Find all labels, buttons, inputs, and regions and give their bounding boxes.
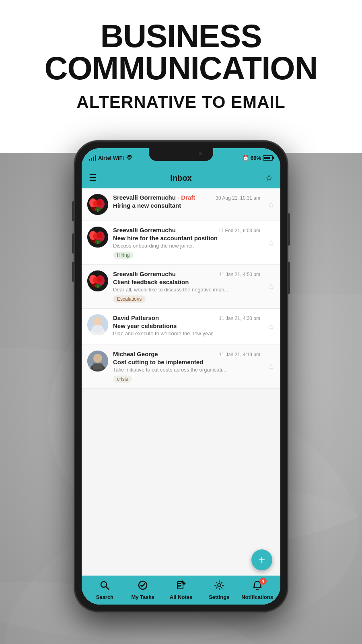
message-sender: David Patterson xyxy=(113,314,159,321)
carrier-label: Airtel WiFi xyxy=(98,155,124,161)
message-subject: New year celebrations xyxy=(113,322,260,329)
tab-search[interactable]: Search xyxy=(86,580,124,600)
wifi-icon xyxy=(126,155,132,161)
avatar xyxy=(87,351,108,372)
message-item[interactable]: David Patterson11 Jan 21, 4:30 pmNew yea… xyxy=(82,309,280,345)
gear-icon xyxy=(214,580,224,593)
svg-rect-35 xyxy=(93,363,103,369)
nav-bar: ☰ Inbox ☆ xyxy=(82,167,280,188)
avatar xyxy=(87,194,108,215)
phone-notch xyxy=(149,148,213,161)
svg-rect-19 xyxy=(97,241,99,244)
svg-point-33 xyxy=(93,354,102,363)
message-item[interactable]: Sreevalli Gorremuchu17 Feb 21, 6:03 pmNe… xyxy=(82,221,280,265)
star-icon[interactable]: ☆ xyxy=(267,200,275,209)
svg-point-31 xyxy=(92,325,103,333)
message-subject: Client feedback escalation xyxy=(113,279,260,285)
message-subject: Cost cutting to be implemented xyxy=(113,359,260,365)
message-subject: Hiring a new consultant xyxy=(113,202,260,209)
avatar xyxy=(87,227,108,248)
notification-badge: 4 xyxy=(259,578,267,585)
svg-point-29 xyxy=(93,317,102,326)
compose-button[interactable]: + xyxy=(251,549,272,570)
message-subject: New hire for the accountant position xyxy=(113,235,260,242)
headline-sub: ALTERNATIVE TO EMAIL xyxy=(0,93,362,112)
message-item[interactable]: Sreevalli Gorremuchu - Draft30 Aug 21, 1… xyxy=(82,188,280,221)
status-right: ⏰ 66% xyxy=(243,155,273,161)
message-content: Sreevalli Gorremuchu11 Jan 21, 4:50 pmCl… xyxy=(113,270,260,303)
message-content: Sreevalli Gorremuchu17 Feb 21, 6:03 pmNe… xyxy=(113,227,260,259)
tab-check-circle[interactable]: My Tasks xyxy=(124,580,162,600)
star-icon[interactable]: ☆ xyxy=(267,322,275,332)
check-circle-icon xyxy=(138,580,148,593)
headline-main: BUSINESS COMMUNICATION xyxy=(0,20,362,85)
message-tag: Hiring xyxy=(113,252,134,259)
signal-bar-4 xyxy=(95,155,96,161)
message-sender: Micheal George xyxy=(113,351,158,357)
edit-icon xyxy=(176,580,186,593)
message-preview: Discuss onboarding the new joiner. xyxy=(113,243,260,249)
tab-edit[interactable]: All Notes xyxy=(162,580,200,600)
battery-percent: 66% xyxy=(251,155,261,161)
svg-rect-27 xyxy=(97,285,99,288)
inbox-title: Inbox xyxy=(170,173,191,183)
draft-label: - Draft xyxy=(176,194,195,201)
tab-label: Search xyxy=(96,594,113,600)
tab-label: Notifications xyxy=(241,594,273,600)
message-item[interactable]: Sreevalli Gorremuchu11 Jan 21, 4:50 pmCl… xyxy=(82,265,280,309)
message-item[interactable]: Micheal George11 Jan 21, 4:19 pmCost cut… xyxy=(82,345,280,389)
signal-bar-3 xyxy=(93,157,94,161)
message-tag: crisis xyxy=(113,376,132,383)
message-date: 11 Jan 21, 4:30 pm xyxy=(219,316,260,321)
signal-bars xyxy=(89,155,96,161)
bell-icon: 4 xyxy=(252,580,263,593)
phone-device: Airtel WiFi 11:46 AM ⏰ 66% xyxy=(74,141,288,616)
message-date: 11 Jan 21, 4:19 pm xyxy=(219,352,260,357)
message-sender: Sreevalli Gorremuchu xyxy=(113,227,176,233)
signal-bar-2 xyxy=(91,158,92,161)
svg-point-9 xyxy=(97,200,102,206)
message-date: 30 Aug 21, 10:31 am xyxy=(216,195,260,201)
status-left: Airtel WiFi xyxy=(89,155,132,161)
phone-shell: Airtel WiFi 11:46 AM ⏰ 66% xyxy=(74,141,288,612)
battery-indicator xyxy=(263,155,273,161)
message-date: 11 Jan 21, 4:50 pm xyxy=(219,272,260,277)
star-button[interactable]: ☆ xyxy=(265,173,273,183)
messages-list: Sreevalli Gorremuchu - Draft30 Aug 21, 1… xyxy=(82,188,280,576)
avatar xyxy=(87,314,108,335)
svg-line-37 xyxy=(106,587,109,590)
message-sender: Sreevalli Gorremuchu xyxy=(113,270,176,277)
message-preview: Take initiative to cut costs across the … xyxy=(113,367,260,373)
star-icon[interactable]: ☆ xyxy=(267,238,275,248)
phone-screen: Airtel WiFi 11:46 AM ⏰ 66% xyxy=(82,148,280,605)
star-icon[interactable]: ☆ xyxy=(267,362,275,372)
tab-bar: SearchMy TasksAll NotesSettings4Notifica… xyxy=(82,576,280,605)
message-preview: Plan and execute to welcome the new year xyxy=(113,330,260,336)
message-preview: Dear all, would like to discuss the nega… xyxy=(113,287,260,293)
tab-gear[interactable]: Settings xyxy=(200,580,238,600)
message-date: 17 Feb 21, 6:03 pm xyxy=(218,228,260,233)
alarm-icon: ⏰ xyxy=(243,155,249,161)
message-sender: Sreevalli Gorremuchu - Draft xyxy=(113,194,195,201)
star-icon[interactable]: ☆ xyxy=(267,282,275,291)
tab-label: All Notes xyxy=(170,594,192,600)
message-content: Sreevalli Gorremuchu - Draft30 Aug 21, 1… xyxy=(113,194,260,210)
tab-bell[interactable]: 4Notifications xyxy=(238,580,276,600)
tab-label: Settings xyxy=(209,594,229,600)
svg-point-25 xyxy=(97,277,102,282)
search-icon xyxy=(99,580,110,593)
svg-point-45 xyxy=(218,584,221,587)
message-tag: Escalations xyxy=(113,295,146,303)
message-content: David Patterson11 Jan 21, 4:30 pmNew yea… xyxy=(113,314,260,339)
signal-bar-1 xyxy=(89,159,90,161)
notch-camera xyxy=(199,152,202,155)
svg-point-17 xyxy=(97,233,102,238)
avatar xyxy=(87,270,108,291)
headline: BUSINESS COMMUNICATION ALTERNATIVE TO EM… xyxy=(0,20,362,112)
svg-rect-11 xyxy=(97,208,99,212)
hamburger-menu[interactable]: ☰ xyxy=(89,173,97,183)
tab-label: My Tasks xyxy=(131,594,154,600)
message-content: Micheal George11 Jan 21, 4:19 pmCost cut… xyxy=(113,351,260,383)
